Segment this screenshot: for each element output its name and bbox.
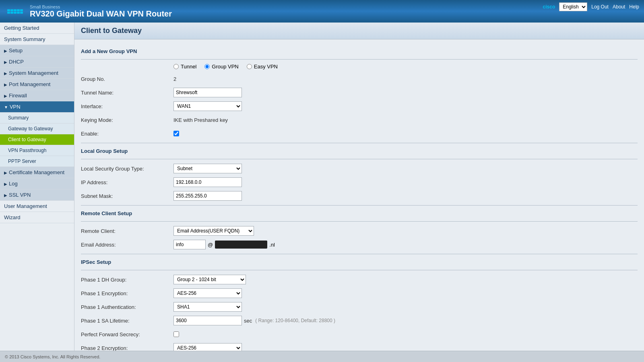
phase1-enc-label: Phase 1 Encryption: [81, 290, 173, 296]
content-area: Add a New Group VPN Tunnel Group VPN Eas… [74, 39, 644, 351]
keying-mode-value: IKE with Preshared key [173, 117, 228, 123]
phase1-sa-unit: sec [244, 318, 252, 324]
sidebar-item-vpn-summary[interactable]: Summary [0, 113, 74, 123]
ip-address-input[interactable] [173, 177, 242, 187]
tunnel-name-row: Tunnel Name: [81, 87, 638, 98]
sidebar-item-getting-started[interactable]: Getting Started [0, 23, 74, 34]
top-nav: cisco English Log Out About Help [543, 2, 639, 11]
radio-easy-vpn: Easy VPN [247, 64, 278, 70]
sidebar-item-setup[interactable]: ▶Setup [0, 45, 74, 56]
about-link[interactable]: About [613, 4, 625, 10]
cisco-logo [5, 4, 25, 19]
divider-7 [81, 270, 638, 270]
phase2-enc-label: Phase 2 Encryption: [81, 345, 173, 351]
remote-client-select[interactable]: Email Address(USER FQDN) Domain Name(FQD… [173, 226, 254, 236]
divider-2 [81, 143, 638, 143]
interface-label: Interface: [81, 103, 173, 109]
group-no-label: Group No. [81, 76, 173, 82]
divider-5 [81, 221, 638, 222]
divider-3 [81, 159, 638, 159]
sidebar-item-dhcp[interactable]: ▶DHCP [0, 56, 74, 68]
help-link[interactable]: Help [629, 4, 639, 10]
page-title: Client to Gateway [74, 23, 644, 39]
interface-row: Interface: WAN1 WAN2 [81, 101, 638, 111]
radio-group-vpn: Group VPN [204, 64, 238, 70]
interface-select[interactable]: WAN1 WAN2 [173, 101, 242, 111]
sidebar-item-system-management[interactable]: ▶System Management [0, 68, 74, 79]
subnet-mask-row: Subnet Mask: [81, 191, 638, 201]
phase2-enc-row: Phase 2 Encryption: DES3DESAES-128AES-19… [81, 343, 638, 351]
subnet-mask-label: Subnet Mask: [81, 193, 173, 199]
email-at-symbol: @ [208, 242, 213, 248]
local-group-setup-title: Local Group Setup [81, 148, 638, 155]
email-domain-suffix: .nl [269, 242, 275, 248]
ipsec-setup-title: IPSec Setup [81, 259, 638, 266]
radio-input-easy-vpn[interactable] [247, 64, 252, 69]
phase1-sa-row: Phase 1 SA Lifetime: sec ( Range: 120-86… [81, 315, 638, 326]
sidebar-item-port-management[interactable]: ▶Port Management [0, 79, 74, 90]
radio-label-easy-vpn: Easy VPN [254, 64, 278, 70]
divider-6 [81, 254, 638, 254]
sidebar-item-vpn-passthrough[interactable]: VPN Passthrough [0, 145, 74, 156]
email-local-input[interactable] [173, 240, 206, 249]
radio-label-group-vpn: Group VPN [212, 64, 238, 70]
radio-input-group-vpn[interactable] [204, 64, 210, 69]
phase1-dh-row: Phase 1 DH Group: Group 1 - 768 bit Grou… [81, 274, 638, 285]
phase1-dh-select[interactable]: Group 1 - 768 bit Group 2 - 1024 bit Gro… [173, 275, 246, 284]
phase1-sa-label: Phase 1 SA Lifetime: [81, 318, 173, 324]
divider-4 [81, 205, 638, 206]
header: Small Business RV320 Gigabit Dual WAN VP… [0, 0, 644, 23]
sidebar-item-client-to-gateway[interactable]: Client to Gateway [0, 134, 74, 145]
keying-mode-label: Keying Mode: [81, 117, 173, 123]
sidebar-item-firewall[interactable]: ▶Firewall [0, 90, 74, 101]
local-security-row: Local Security Group Type: Subnet IP Add… [81, 163, 638, 174]
footer: © 2013 Cisco Systems, Inc. All Rights Re… [0, 351, 644, 362]
phase1-sa-hint: ( Range: 120-86400, Default: 28800 ) [255, 318, 335, 323]
phase1-enc-row: Phase 1 Encryption: DES3DESAES-128AES-19… [81, 288, 638, 298]
cisco-brand: cisco [543, 4, 555, 10]
subnet-mask-input[interactable] [173, 191, 242, 201]
phase1-dh-label: Phase 1 DH Group: [81, 277, 173, 283]
email-address-row: Email Address: @ .nl [81, 239, 638, 250]
local-security-select[interactable]: Subnet IP Address IP Range [173, 164, 242, 173]
sidebar-item-certificate-management[interactable]: ▶Certificate Management [0, 167, 74, 178]
section-add-vpn-title: Add a New Group VPN [81, 48, 638, 55]
group-no-row: Group No. 2 [81, 74, 638, 84]
phase1-auth-select[interactable]: MD5SHA1 [173, 302, 242, 312]
product-name: RV320 Gigabit Dual WAN VPN Router [30, 9, 172, 19]
sidebar-item-ssl-vpn[interactable]: ▶SSL VPN [0, 189, 74, 201]
sidebar: Getting Started System Summary ▶Setup ▶D… [0, 23, 74, 351]
footer-text: © 2013 Cisco Systems, Inc. All Rights Re… [5, 354, 100, 359]
keying-mode-row: Keying Mode: IKE with Preshared key [81, 115, 638, 125]
sidebar-item-pptp-server[interactable]: PPTP Server [0, 156, 74, 167]
group-no-value: 2 [173, 76, 176, 82]
sidebar-item-user-management[interactable]: User Management [0, 201, 74, 212]
vpn-type-radio-group: Tunnel Group VPN Easy VPN [81, 64, 638, 70]
remote-client-setup-title: Remote Client Setup [81, 210, 638, 217]
pfs-checkbox[interactable] [173, 331, 179, 337]
enable-checkbox[interactable] [173, 131, 179, 136]
sidebar-item-gateway-to-gateway[interactable]: Gateway to Gateway [0, 123, 74, 134]
sidebar-item-system-summary[interactable]: System Summary [0, 34, 74, 45]
sidebar-item-log[interactable]: ▶Log [0, 178, 74, 189]
language-select[interactable]: English [559, 2, 587, 11]
phase1-auth-label: Phase 1 Authentication: [81, 304, 173, 310]
logout-link[interactable]: Log Out [591, 4, 609, 10]
phase1-enc-select[interactable]: DES3DESAES-128AES-192AES-256 [173, 288, 242, 298]
remote-client-label: Remote Client: [81, 228, 173, 234]
divider-1 [81, 59, 638, 60]
sidebar-item-vpn[interactable]: ▼VPN [0, 101, 74, 113]
tunnel-name-input[interactable] [173, 88, 242, 97]
phase1-sa-input[interactable] [173, 316, 242, 325]
small-business-label: Small Business [30, 4, 172, 9]
layout: Getting Started System Summary ▶Setup ▶D… [0, 23, 644, 351]
ip-address-row: IP Address: [81, 177, 638, 187]
email-address-label: Email Address: [81, 242, 173, 248]
phase2-enc-select[interactable]: DES3DESAES-128AES-192AES-256 [173, 343, 242, 351]
remote-client-row: Remote Client: Email Address(USER FQDN) … [81, 226, 638, 236]
main-content: Client to Gateway Add a New Group VPN Tu… [74, 23, 644, 351]
sidebar-item-wizard[interactable]: Wizard [0, 212, 74, 223]
radio-input-tunnel[interactable] [173, 64, 179, 69]
header-titles: Small Business RV320 Gigabit Dual WAN VP… [30, 4, 172, 19]
local-security-label: Local Security Group Type: [81, 166, 173, 172]
